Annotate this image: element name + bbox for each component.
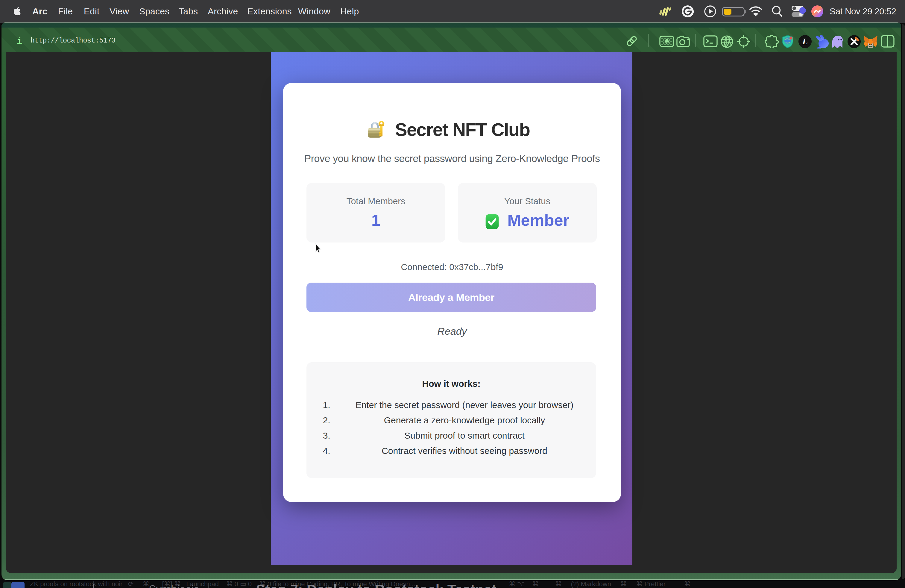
svg-text:L: L bbox=[802, 36, 808, 46]
